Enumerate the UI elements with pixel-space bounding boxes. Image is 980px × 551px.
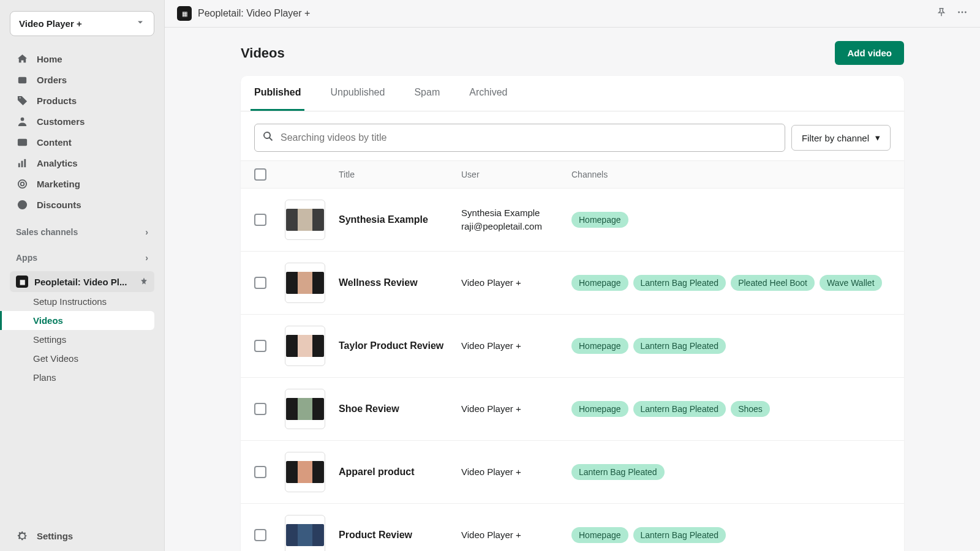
video-thumbnail[interactable] xyxy=(285,200,325,240)
discount-icon xyxy=(16,198,28,211)
channel-chip[interactable]: Homepage xyxy=(571,275,628,291)
row-checkbox[interactable] xyxy=(254,403,266,415)
channel-chip[interactable]: Wave Wallet xyxy=(820,275,882,291)
pin-icon[interactable] xyxy=(936,7,947,20)
tab-spam[interactable]: Spam xyxy=(410,76,443,111)
table-row[interactable]: Shoe Review Video Player + HomepageLante… xyxy=(241,378,904,441)
video-title: Product Review xyxy=(339,530,461,541)
nav-content[interactable]: Content xyxy=(10,132,154,152)
svg-point-8 xyxy=(17,200,26,209)
analytics-icon xyxy=(16,157,28,169)
pin-icon[interactable] xyxy=(140,277,148,287)
video-title: Shoe Review xyxy=(339,403,461,414)
videos-card: Published Unpublished Spam Archived Filt… xyxy=(241,76,904,551)
channel-chip[interactable]: Lantern Bag Pleated xyxy=(571,464,665,480)
sub-settings[interactable]: Settings xyxy=(10,330,154,349)
channel-chip[interactable]: Lantern Bag Pleated xyxy=(633,338,726,354)
nav-customers[interactable]: Customers xyxy=(10,111,154,132)
row-checkbox[interactable] xyxy=(254,529,266,541)
table-row[interactable]: Product Review Video Player + HomepageLa… xyxy=(241,504,904,551)
col-channels: Channels xyxy=(571,170,891,179)
col-title: Title xyxy=(339,170,461,179)
nav-analytics[interactable]: Analytics xyxy=(10,152,154,173)
channel-chip[interactable]: Lantern Bag Pleated xyxy=(633,527,726,543)
chevron-right-icon: › xyxy=(145,253,148,263)
sub-videos[interactable]: Videos xyxy=(0,311,154,330)
svg-point-11 xyxy=(965,12,967,13)
table-header: Title User Channels xyxy=(241,160,904,189)
chevron-right-icon: › xyxy=(145,227,148,237)
main-area: ▦ Peopletail: Video Player + Videos Add … xyxy=(164,0,980,551)
row-checkbox[interactable] xyxy=(254,340,266,352)
tab-published[interactable]: Published xyxy=(251,76,304,111)
search-icon xyxy=(262,130,274,145)
page-title: Videos xyxy=(241,45,285,61)
table-row[interactable]: Taylor Product Review Video Player + Hom… xyxy=(241,315,904,378)
svg-rect-4 xyxy=(21,160,23,167)
row-checkbox[interactable] xyxy=(254,214,266,226)
svg-point-7 xyxy=(20,182,24,186)
more-icon[interactable] xyxy=(957,7,968,20)
svg-point-9 xyxy=(958,12,960,13)
video-user: Video Player + xyxy=(461,465,571,479)
video-thumbnail[interactable] xyxy=(285,515,325,551)
channel-chip[interactable]: Lantern Bag Pleated xyxy=(633,401,726,417)
content-icon xyxy=(16,136,28,148)
video-title: Synthesia Example xyxy=(339,214,461,225)
svg-point-1 xyxy=(20,117,24,121)
tab-unpublished[interactable]: Unpublished xyxy=(326,76,388,111)
add-video-button[interactable]: Add video xyxy=(835,41,904,65)
nav-discounts[interactable]: Discounts xyxy=(10,194,154,215)
channel-chip[interactable]: Lantern Bag Pleated xyxy=(633,275,726,291)
sub-plans[interactable]: Plans xyxy=(10,368,154,387)
table-row[interactable]: Wellness Review Video Player + HomepageL… xyxy=(241,252,904,315)
svg-point-10 xyxy=(962,12,963,13)
filter-channel-button[interactable]: Filter by channel ▾ xyxy=(791,125,891,151)
sidebar-app-peopletail[interactable]: ▦ Peopletail: Video Pl... xyxy=(10,271,154,292)
select-all-checkbox[interactable] xyxy=(254,168,266,181)
nav-settings-footer[interactable]: Settings xyxy=(10,525,154,546)
nav-home[interactable]: Home xyxy=(10,48,154,69)
app-icon: ▦ xyxy=(16,276,28,288)
video-title: Wellness Review xyxy=(339,277,461,288)
gear-icon xyxy=(16,530,28,542)
sub-get-videos[interactable]: Get Videos xyxy=(10,349,154,368)
channel-chip[interactable]: Pleated Heel Boot xyxy=(731,275,815,291)
channel-chip[interactable]: Homepage xyxy=(571,527,628,543)
table-row[interactable]: Apparel product Video Player + Lantern B… xyxy=(241,441,904,504)
video-thumbnail[interactable] xyxy=(285,263,325,303)
chevron-down-icon xyxy=(135,18,145,29)
sub-setup[interactable]: Setup Instructions xyxy=(10,292,154,311)
video-user: Synthesia Exampleraji@peopletail.com xyxy=(461,206,571,233)
video-title: Apparel product xyxy=(339,467,461,478)
video-thumbnail[interactable] xyxy=(285,452,325,492)
video-user: Video Player + xyxy=(461,276,571,290)
row-checkbox[interactable] xyxy=(254,466,266,478)
home-icon xyxy=(16,53,28,65)
channel-chip[interactable]: Homepage xyxy=(571,401,628,417)
video-user: Video Player + xyxy=(461,528,571,542)
apps-section[interactable]: Apps› xyxy=(10,247,154,266)
svg-rect-3 xyxy=(18,163,20,167)
nav-marketing[interactable]: Marketing xyxy=(10,173,154,194)
row-checkbox[interactable] xyxy=(254,277,266,289)
channel-chip[interactable]: Homepage xyxy=(571,338,628,354)
svg-rect-0 xyxy=(18,77,26,83)
video-thumbnail[interactable] xyxy=(285,326,325,366)
topbar: ▦ Peopletail: Video Player + xyxy=(165,0,980,28)
search-box[interactable] xyxy=(254,124,785,152)
person-icon xyxy=(16,115,28,127)
tag-icon xyxy=(16,94,28,107)
sales-channels-section[interactable]: Sales channels› xyxy=(10,221,154,241)
video-thumbnail[interactable] xyxy=(285,389,325,429)
search-input[interactable] xyxy=(281,132,777,143)
channel-chip[interactable]: Homepage xyxy=(571,212,628,228)
channel-chip[interactable]: Shoes xyxy=(731,401,770,417)
table-row[interactable]: Synthesia Example Synthesia Exampleraji@… xyxy=(241,189,904,252)
svg-point-6 xyxy=(18,179,26,187)
nav-products[interactable]: Products xyxy=(10,90,154,111)
nav-orders[interactable]: Orders xyxy=(10,69,154,90)
caret-down-icon: ▾ xyxy=(875,132,880,143)
tab-archived[interactable]: Archived xyxy=(466,76,511,111)
store-switcher[interactable]: Video Player + xyxy=(10,11,154,36)
